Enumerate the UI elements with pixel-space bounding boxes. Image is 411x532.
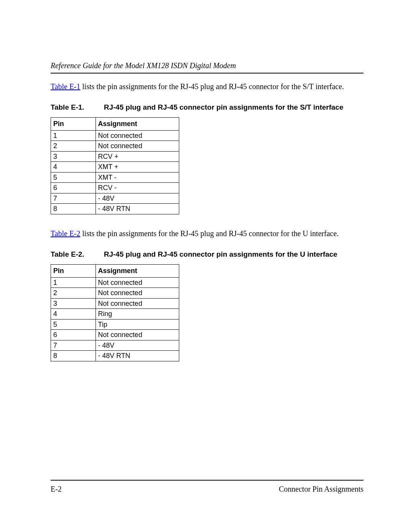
xref-table-e2[interactable]: Table E-2 bbox=[51, 229, 80, 238]
cell-assignment: - 48V bbox=[96, 193, 179, 204]
table-row: 6Not connected bbox=[51, 330, 179, 340]
cell-assignment: Not connected bbox=[96, 130, 179, 141]
cell-assignment: XMT - bbox=[96, 172, 179, 183]
table-row: 5Tip bbox=[51, 319, 179, 330]
cell-pin: 6 bbox=[51, 183, 96, 193]
cell-assignment: RCV + bbox=[96, 151, 179, 162]
table-e1-body: 1Not connected2Not connected3RCV +4XMT +… bbox=[51, 130, 179, 214]
cell-pin: 2 bbox=[51, 141, 96, 152]
cell-pin: 3 bbox=[51, 298, 96, 309]
cell-assignment: Ring bbox=[96, 309, 179, 320]
cell-pin: 1 bbox=[51, 130, 96, 141]
cell-assignment: - 48V bbox=[96, 340, 179, 351]
table-row: 3RCV + bbox=[51, 151, 179, 162]
table-e1-label: Table E-1. bbox=[51, 103, 104, 112]
cell-assignment: - 48V RTN bbox=[96, 351, 179, 361]
col-header-assignment: Assignment bbox=[96, 264, 179, 277]
cell-pin: 8 bbox=[51, 204, 96, 214]
spacer bbox=[51, 214, 363, 229]
page: Reference Guide for the Model XM128 ISDN… bbox=[0, 0, 411, 532]
xref-table-e1[interactable]: Table E-1 bbox=[51, 82, 80, 91]
table-row: 6RCV - bbox=[51, 183, 179, 193]
cell-pin: 5 bbox=[51, 172, 96, 183]
table-e2-title: RJ-45 plug and RJ-45 connector pin assig… bbox=[104, 250, 337, 258]
table-row: 7- 48V bbox=[51, 193, 179, 204]
table-row: 4XMT + bbox=[51, 162, 179, 173]
cell-assignment: Not connected bbox=[96, 330, 179, 340]
cell-pin: 3 bbox=[51, 151, 96, 162]
cell-pin: 4 bbox=[51, 162, 96, 173]
cell-pin: 5 bbox=[51, 319, 96, 330]
intro-paragraph-2-text: lists the pin assignments for the RJ-45 … bbox=[80, 229, 339, 238]
page-number: E-2 bbox=[51, 484, 62, 494]
col-header-pin: Pin bbox=[51, 264, 96, 277]
cell-pin: 1 bbox=[51, 277, 96, 288]
cell-assignment: Not connected bbox=[96, 288, 179, 299]
table-e2: Pin Assignment 1Not connected2Not connec… bbox=[51, 264, 179, 361]
page-footer: E-2 Connector Pin Assignments bbox=[51, 480, 363, 494]
table-header-row: Pin Assignment bbox=[51, 264, 179, 277]
table-e1-title: RJ-45 plug and RJ-45 connector pin assig… bbox=[104, 103, 343, 111]
cell-assignment: XMT + bbox=[96, 162, 179, 173]
cell-assignment: Not connected bbox=[96, 298, 179, 309]
intro-paragraph-1-text: lists the pin assignments for the RJ-45 … bbox=[80, 82, 344, 91]
table-row: 1Not connected bbox=[51, 130, 179, 141]
footer-rule bbox=[51, 480, 363, 481]
table-e2-label: Table E-2. bbox=[51, 250, 104, 259]
table-e1-caption: Table E-1.RJ-45 plug and RJ-45 connector… bbox=[51, 103, 363, 112]
table-row: 7- 48V bbox=[51, 340, 179, 351]
cell-pin: 4 bbox=[51, 309, 96, 320]
cell-pin: 2 bbox=[51, 288, 96, 299]
cell-pin: 7 bbox=[51, 193, 96, 204]
table-row: 2Not connected bbox=[51, 141, 179, 152]
table-row: 5XMT - bbox=[51, 172, 179, 183]
cell-pin: 8 bbox=[51, 351, 96, 361]
table-row: 3Not connected bbox=[51, 298, 179, 309]
table-row: 8- 48V RTN bbox=[51, 204, 179, 214]
intro-paragraph-1: Table E-1 lists the pin assignments for … bbox=[51, 82, 363, 91]
footer-section-title: Connector Pin Assignments bbox=[279, 484, 363, 494]
cell-pin: 6 bbox=[51, 330, 96, 340]
cell-assignment: Tip bbox=[96, 319, 179, 330]
col-header-assignment: Assignment bbox=[96, 117, 179, 130]
header-rule bbox=[51, 73, 363, 73]
running-header-title: Reference Guide for the Model XM128 ISDN… bbox=[51, 61, 363, 70]
table-row: 2Not connected bbox=[51, 288, 179, 299]
table-e2-caption: Table E-2.RJ-45 plug and RJ-45 connector… bbox=[51, 250, 363, 259]
table-row: 1Not connected bbox=[51, 277, 179, 288]
col-header-pin: Pin bbox=[51, 117, 96, 130]
cell-assignment: Not connected bbox=[96, 277, 179, 288]
cell-assignment: RCV - bbox=[96, 183, 179, 193]
table-header-row: Pin Assignment bbox=[51, 117, 179, 130]
intro-paragraph-2: Table E-2 lists the pin assignments for … bbox=[51, 229, 363, 238]
cell-assignment: Not connected bbox=[96, 141, 179, 152]
table-e1: Pin Assignment 1Not connected2Not connec… bbox=[51, 117, 179, 214]
table-row: 8- 48V RTN bbox=[51, 351, 179, 361]
table-row: 4Ring bbox=[51, 309, 179, 320]
cell-pin: 7 bbox=[51, 340, 96, 351]
table-e2-body: 1Not connected2Not connected3Not connect… bbox=[51, 277, 179, 361]
cell-assignment: - 48V RTN bbox=[96, 204, 179, 214]
